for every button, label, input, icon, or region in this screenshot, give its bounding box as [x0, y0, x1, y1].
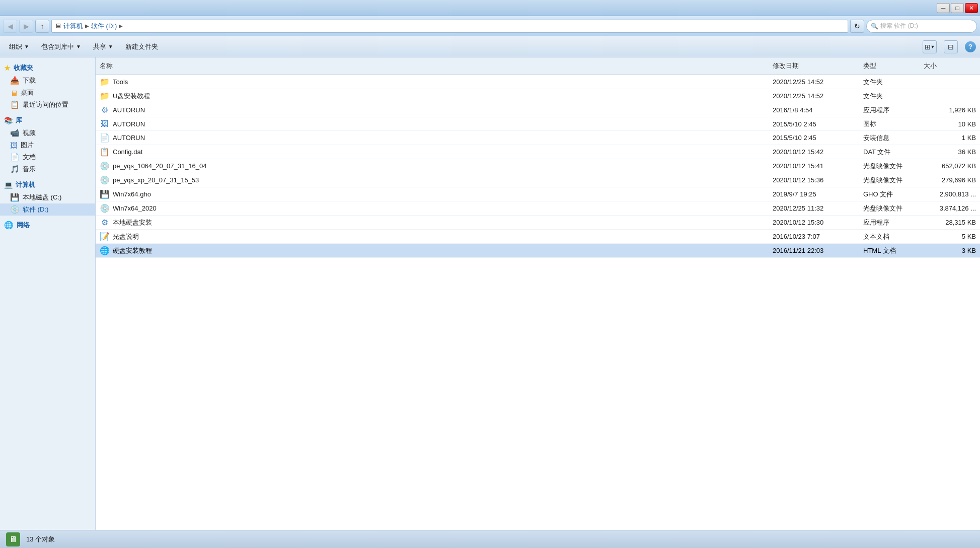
sidebar-favorites-section: ★ 收藏夹 📥 下载 🖥 桌面 📋 最近访问的位置	[0, 61, 95, 111]
search-bar[interactable]: 🔍 搜索 软件 (D:)	[866, 20, 977, 33]
sidebar-item-desktop[interactable]: 🖥 桌面	[0, 87, 95, 99]
col-header-name[interactable]: 名称	[96, 59, 769, 73]
address-bar: ◀ ▶ ↑ 🖥 计算机 ▶ 软件 (D:) ▶ ↻ 🔍 搜索 软件 (D:)	[0, 16, 980, 36]
file-size: 3,874,126 ...	[920, 203, 980, 213]
file-type: 文件夹	[859, 91, 920, 102]
organize-arrow: ▼	[24, 44, 29, 49]
file-type-icon: ⚙	[100, 105, 110, 115]
file-type: 文本文档	[859, 231, 920, 242]
layout-button[interactable]: ⊟	[944, 40, 958, 53]
file-type: HTML 文档	[859, 245, 920, 256]
refresh-button[interactable]: ↻	[850, 20, 864, 33]
file-name-cell: 💾 Win7x64.gho	[96, 188, 769, 200]
sidebar-item-software-d[interactable]: 💿 软件 (D:)	[0, 203, 95, 216]
maximize-button[interactable]: □	[951, 3, 964, 13]
table-row[interactable]: ⚙ AUTORUN 2016/1/8 4:54 应用程序 1,926 KB	[96, 103, 980, 117]
col-header-modified[interactable]: 修改日期	[769, 59, 859, 73]
sidebar-library-header[interactable]: 📚 库	[0, 114, 95, 127]
file-name: 光盘说明	[113, 232, 139, 241]
desktop-label: 桌面	[21, 88, 34, 97]
file-type-icon: 💿	[100, 161, 110, 171]
file-type-icon: 📋	[100, 147, 110, 157]
doc-label: 文档	[23, 153, 36, 162]
file-modified: 2019/9/7 19:25	[769, 189, 859, 199]
file-name: Config.dat	[113, 148, 142, 156]
file-size: 5 KB	[920, 232, 980, 241]
download-label: 下载	[23, 76, 36, 85]
file-type: 光盘映像文件	[859, 175, 920, 186]
file-modified: 2020/12/25 11:32	[769, 203, 859, 213]
sidebar-item-recent[interactable]: 📋 最近访问的位置	[0, 99, 95, 111]
drive-c-icon: 💾	[10, 193, 20, 202]
sidebar-item-download[interactable]: 📥 下载	[0, 75, 95, 87]
file-modified: 2016/11/21 22:03	[769, 246, 859, 255]
sidebar-item-local-c[interactable]: 💾 本地磁盘 (C:)	[0, 191, 95, 203]
file-type-icon: ⚙	[100, 218, 110, 227]
table-row[interactable]: 💿 pe_yqs_xp_20_07_31_15_53 2020/10/12 15…	[96, 173, 980, 187]
sidebar-favorites-header[interactable]: ★ 收藏夹	[0, 61, 95, 75]
picture-icon: 🖼	[10, 141, 18, 150]
file-size	[920, 81, 980, 83]
main-container: ★ 收藏夹 📥 下载 🖥 桌面 📋 最近访问的位置 📚 库	[0, 57, 980, 530]
file-list: 📁 Tools 2020/12/25 14:52 文件夹 📁 U盘安装教程 20…	[96, 75, 980, 530]
network-label: 网络	[17, 221, 30, 230]
file-name-cell: ⚙ AUTORUN	[96, 104, 769, 116]
back-button[interactable]: ◀	[3, 20, 17, 33]
table-row[interactable]: ⚙ 本地硬盘安装 2020/10/12 15:30 应用程序 28,315 KB	[96, 216, 980, 230]
table-row[interactable]: 📁 Tools 2020/12/25 14:52 文件夹	[96, 75, 980, 89]
file-type-icon: 📁	[100, 77, 110, 87]
breadcrumb-drive[interactable]: 软件 (D:)	[91, 22, 117, 31]
sidebar-item-video[interactable]: 📹 视频	[0, 127, 95, 139]
table-row[interactable]: 💿 Win7x64_2020 2020/12/25 11:32 光盘映像文件 3…	[96, 201, 980, 216]
toolbar: 组织 ▼ 包含到库中 ▼ 共享 ▼ 新建文件夹 ⊞ ▼ ⊟ ?	[0, 36, 980, 57]
include-library-arrow: ▼	[76, 44, 81, 49]
close-button[interactable]: ✕	[965, 3, 978, 13]
file-size	[920, 95, 980, 97]
table-row[interactable]: 💾 Win7x64.gho 2019/9/7 19:25 GHO 文件 2,90…	[96, 187, 980, 201]
table-row[interactable]: 📁 U盘安装教程 2020/12/25 14:52 文件夹	[96, 89, 980, 103]
table-row[interactable]: 🖼 AUTORUN 2015/5/10 2:45 图标 10 KB	[96, 117, 980, 131]
recent-icon: 📋	[10, 100, 20, 109]
network-icon: 🌐	[4, 221, 14, 230]
file-type: 安装信息	[859, 132, 920, 144]
file-type: 应用程序	[859, 217, 920, 228]
view-options-button[interactable]: ⊞ ▼	[923, 40, 937, 53]
new-folder-button[interactable]: 新建文件夹	[120, 39, 163, 54]
file-size: 36 KB	[920, 147, 980, 157]
breadcrumb: 🖥 计算机 ▶ 软件 (D:) ▶	[51, 20, 848, 33]
sidebar-item-doc[interactable]: 📄 文档	[0, 151, 95, 163]
forward-button[interactable]: ▶	[19, 20, 33, 33]
help-button[interactable]: ?	[965, 41, 976, 52]
table-row[interactable]: 💿 pe_yqs_1064_20_07_31_16_04 2020/10/12 …	[96, 159, 980, 173]
file-name-cell: 🌐 硬盘安装教程	[96, 245, 769, 256]
file-name-cell: 📋 Config.dat	[96, 146, 769, 158]
sidebar-item-music[interactable]: 🎵 音乐	[0, 163, 95, 175]
table-row[interactable]: 📄 AUTORUN 2015/5/10 2:45 安装信息 1 KB	[96, 131, 980, 145]
file-size: 1 KB	[920, 133, 980, 143]
sidebar-item-picture[interactable]: 🖼 图片	[0, 139, 95, 151]
include-library-button[interactable]: 包含到库中 ▼	[36, 39, 86, 54]
minimize-button[interactable]: ─	[937, 3, 950, 13]
file-name-cell: 💿 pe_yqs_1064_20_07_31_16_04	[96, 160, 769, 172]
table-row[interactable]: 📝 光盘说明 2016/10/23 7:07 文本文档 5 KB	[96, 230, 980, 244]
sidebar-network-section: 🌐 网络	[0, 219, 95, 232]
organize-label: 组织	[9, 42, 22, 51]
file-name: AUTORUN	[113, 120, 145, 128]
table-row[interactable]: 🌐 硬盘安装教程 2016/11/21 22:03 HTML 文档 3 KB	[96, 244, 980, 258]
sidebar-network-header[interactable]: 🌐 网络	[0, 219, 95, 232]
organize-button[interactable]: 组织 ▼	[4, 39, 34, 54]
sidebar-computer-header[interactable]: 💻 计算机	[0, 178, 95, 191]
file-type-icon: 💾	[100, 189, 110, 199]
file-name-cell: 🖼 AUTORUN	[96, 118, 769, 129]
share-button[interactable]: 共享 ▼	[88, 39, 118, 54]
table-row[interactable]: 📋 Config.dat 2020/10/12 15:42 DAT 文件 36 …	[96, 145, 980, 159]
col-header-type[interactable]: 类型	[859, 59, 920, 73]
breadcrumb-computer[interactable]: 计算机	[63, 22, 83, 31]
col-header-size[interactable]: 大小	[920, 59, 980, 73]
share-label: 共享	[93, 42, 106, 51]
breadcrumb-arrow-1: ▶	[85, 23, 89, 29]
file-type: 应用程序	[859, 105, 920, 116]
status-count: 13 个对象	[26, 535, 55, 544]
up-button[interactable]: ↑	[35, 20, 49, 33]
library-label: 库	[16, 116, 22, 125]
